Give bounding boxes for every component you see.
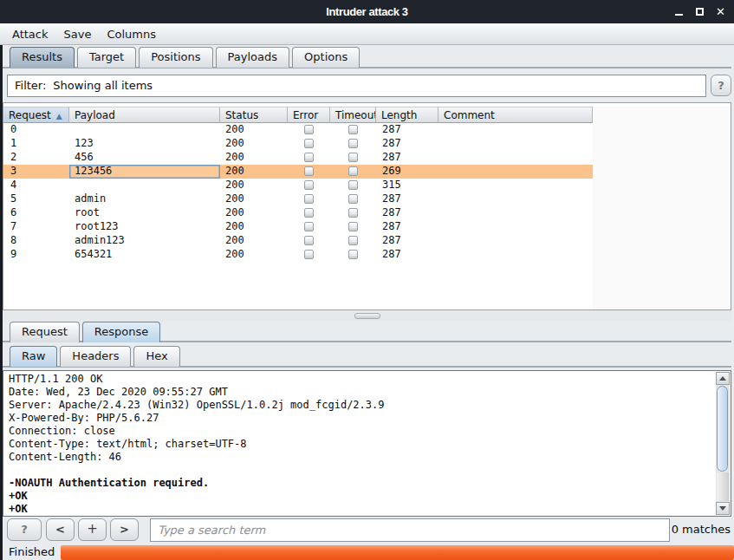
close-button[interactable]: ✕ [714, 5, 727, 18]
tab-hex[interactable]: Hex [133, 346, 179, 367]
menu-columns[interactable]: Columns [99, 28, 164, 41]
error-checkbox[interactable] [304, 194, 314, 204]
table-row[interactable]: 0200287 [3, 123, 593, 137]
table-row[interactable]: 5admin200287 [3, 192, 593, 206]
cell-comment [438, 206, 593, 220]
column-header-payload[interactable]: Payload [69, 107, 220, 123]
tab-results[interactable]: Results [10, 47, 75, 68]
search-input[interactable] [150, 518, 670, 542]
cell-payload [69, 123, 220, 137]
tab-target[interactable]: Target [77, 47, 136, 68]
search-prev-button[interactable]: < [46, 518, 75, 541]
timeout-checkbox[interactable] [348, 139, 358, 148]
sort-asc-icon: ▲ [56, 112, 62, 120]
arrow-up-icon [719, 376, 726, 381]
menu-attack[interactable]: Attack [4, 28, 56, 41]
table-row[interactable]: 3123456200269 [3, 165, 593, 179]
timeout-checkbox[interactable] [348, 250, 358, 259]
scrollbar-thumb[interactable] [717, 386, 728, 472]
column-header-length[interactable]: Length [376, 107, 438, 123]
splitter-grip-icon[interactable] [354, 313, 380, 319]
timeout-checkbox[interactable] [348, 180, 358, 190]
column-header-error[interactable]: Error [288, 107, 330, 123]
error-checkbox[interactable] [304, 236, 314, 245]
column-header-comment[interactable]: Comment [438, 107, 593, 123]
cell-length: 269 [376, 165, 438, 179]
tab-raw[interactable]: Raw [10, 346, 57, 367]
table-row[interactable]: 4200315 [3, 179, 593, 192]
error-checkbox[interactable] [304, 250, 314, 259]
vertical-scrollbar[interactable] [716, 372, 730, 515]
error-checkbox[interactable] [304, 125, 314, 134]
tab-options[interactable]: Options [292, 47, 360, 68]
search-help-button[interactable]: ? [7, 518, 42, 541]
timeout-checkbox[interactable] [348, 208, 358, 218]
error-checkbox[interactable] [304, 153, 314, 162]
timeout-checkbox[interactable] [348, 236, 358, 245]
filter-help-button[interactable]: ? [711, 75, 731, 96]
maximize-button[interactable] [693, 5, 706, 18]
results-table: Request▲ Payload Status Error Timeout Le… [3, 102, 731, 310]
timeout-checkbox[interactable] [348, 153, 358, 162]
response-line: +OK [9, 503, 713, 516]
minimize-button[interactable] [672, 5, 685, 18]
timeout-checkbox[interactable] [348, 166, 358, 176]
menu-bar: Attack Save Columns [0, 23, 734, 45]
table-row[interactable]: 7root123200287 [3, 220, 593, 234]
cell-comment [438, 179, 593, 192]
cell-length: 287 [376, 192, 438, 206]
error-checkbox[interactable] [304, 180, 314, 190]
cell-comment [438, 192, 593, 206]
cell-request: 9 [3, 248, 69, 262]
tab-positions[interactable]: Positions [139, 47, 212, 68]
cell-status: 200 [220, 248, 288, 262]
progress-bar [61, 545, 734, 560]
timeout-checkbox[interactable] [348, 125, 358, 134]
search-add-button[interactable]: + [78, 518, 107, 541]
table-row[interactable]: 1123200287 [3, 137, 593, 151]
cell-error [288, 137, 330, 151]
table-row[interactable]: 8admin123200287 [3, 234, 593, 248]
cell-length: 315 [376, 179, 438, 192]
filter-area: Filter:Showing all items ? [3, 68, 731, 102]
search-next-button[interactable]: > [110, 518, 139, 541]
table-row[interactable]: 9654321200287 [3, 248, 593, 262]
menu-save[interactable]: Save [56, 28, 100, 41]
status-label: Finished [9, 545, 55, 558]
response-editor[interactable]: HTTP/1.1 200 OKDate: Wed, 23 Dec 2020 09… [3, 370, 731, 517]
error-checkbox[interactable] [304, 208, 314, 218]
scroll-up-button[interactable] [716, 372, 730, 385]
cell-request: 6 [3, 206, 69, 220]
cell-length: 287 [376, 137, 438, 151]
timeout-checkbox[interactable] [348, 194, 358, 204]
cell-status: 200 [220, 206, 288, 220]
cell-request: 0 [3, 123, 69, 137]
table-row[interactable]: 6root200287 [3, 206, 593, 220]
error-checkbox[interactable] [304, 166, 314, 176]
filter-bar[interactable]: Filter:Showing all items [7, 75, 706, 97]
tab-headers[interactable]: Headers [60, 346, 131, 367]
tab-payloads[interactable]: Payloads [216, 47, 289, 68]
response-line: Content-Length: 46 [9, 451, 713, 464]
response-line: Date: Wed, 23 Dec 2020 09:55:27 GMT [9, 386, 713, 399]
scrollbar-track[interactable] [717, 472, 729, 501]
match-count: 0 matches [672, 523, 731, 536]
cell-payload: 456 [69, 151, 220, 165]
results-table-body: 0200287112320028724562002873123456200269… [3, 123, 593, 262]
scroll-down-button[interactable] [716, 502, 730, 515]
response-line [9, 464, 713, 477]
tab-response[interactable]: Response [82, 322, 160, 342]
column-header-timeout[interactable]: Timeout [330, 107, 376, 123]
window-controls: ✕ [672, 0, 727, 23]
splitter[interactable] [3, 310, 731, 322]
cell-timeout [330, 192, 376, 206]
timeout-checkbox[interactable] [348, 222, 358, 231]
cell-timeout [330, 206, 376, 220]
table-row[interactable]: 2456200287 [3, 151, 593, 165]
table-right-filler [593, 123, 731, 309]
column-header-status[interactable]: Status [220, 107, 288, 123]
error-checkbox[interactable] [304, 222, 314, 231]
error-checkbox[interactable] [304, 139, 314, 148]
column-header-request[interactable]: Request▲ [3, 107, 69, 123]
tab-request[interactable]: Request [10, 322, 80, 342]
